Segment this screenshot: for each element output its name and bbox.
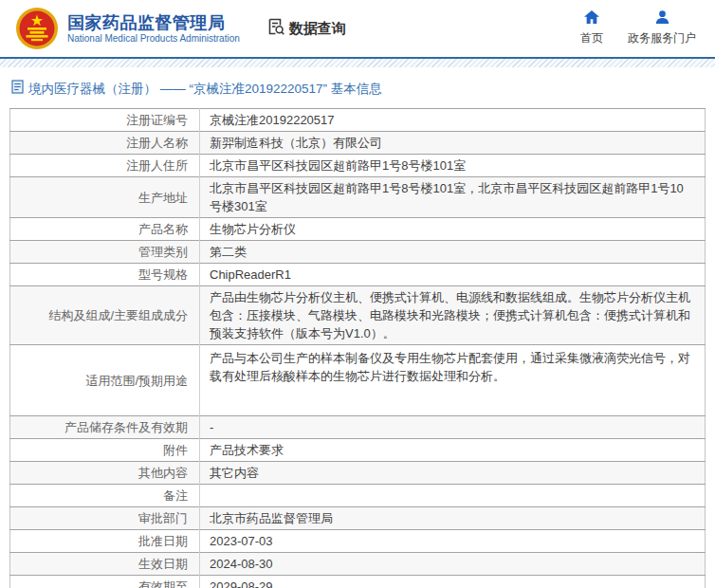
field-label: 产品名称 [10,218,200,241]
field-value: 第二类 [200,241,706,264]
table-row: 注册人住所 北京市昌平区科技园区超前路甲1号8号楼101室 [10,155,706,177]
field-value: 2024-08-30 [200,553,706,576]
field-value: 2023-07-03 [200,530,706,553]
field-value: 北京市昌平区科技园区超前路甲1号8号楼101室 [200,155,706,177]
field-value: 北京市药品监督管理局 [200,507,706,530]
table-row: 附件 产品技术要求 [10,439,706,462]
table-row: 管理类别 第二类 [10,241,706,264]
field-label: 备注 [10,485,200,507]
user-icon [655,10,669,28]
field-value: 产品由生物芯片分析仪主机、便携式计算机、电源线和数据线组成。生物芯片分析仪主机包… [200,286,706,345]
national-emblem-icon [15,7,59,50]
breadcrumb: 境内医疗器械（注册） —— “京械注准20192220517” 基本信息 [0,67,715,108]
table-row: 审批部门 北京市药品监督管理局 [10,507,706,530]
top-nav: 首页 政务服务门户 [580,10,702,46]
table-row: 适用范围/预期用途 产品与本公司生产的样本制备仪及专用生物芯片配套使用，通过采集… [10,345,706,416]
field-value: 生物芯片分析仪 [200,218,706,241]
nav-home-label: 首页 [580,30,603,46]
field-label: 注册人名称 [10,132,200,155]
field-label: 附件 [10,439,200,462]
field-value [200,485,706,507]
table-row: 生产地址 北京市昌平区科技园区超前路甲1号8号楼101室，北京市昌平区科技园区超… [10,177,706,218]
page-icon [11,80,24,98]
nav-home[interactable]: 首页 [580,10,603,46]
field-value: 产品与本公司生产的样本制备仪及专用生物芯片配套使用，通过采集微液滴荧光信号，对载… [200,345,706,416]
field-value: 北京市昌平区科技园区超前路甲1号8号楼101室，北京市昌平区科技园区超前路甲1号… [200,177,706,218]
field-value: 新羿制造科技（北京）有限公司 [200,132,706,155]
field-label: 注册人住所 [10,155,200,177]
field-label: 生产地址 [10,177,200,218]
table-row: 批准日期 2023-07-03 [10,530,706,553]
field-label: 型号规格 [10,264,200,286]
data-query-label: 数据查询 [289,20,346,38]
data-query-tab[interactable]: 数据查询 [266,17,346,40]
site-subtitle: National Medical Products Administration [67,33,240,45]
breadcrumb-text: 境内医疗器械（注册） —— “京械注准20192220517” 基本信息 [28,81,382,98]
field-label: 管理类别 [10,241,200,264]
nav-portal-label: 政务服务门户 [628,30,696,46]
field-label: 产品储存条件及有效期 [10,416,200,439]
field-label: 有效期至 [10,576,200,588]
table-row: 其他内容 其它内容 [10,462,706,485]
field-label: 生效日期 [10,553,200,576]
site-header: 国家药品监督管理局 National Medical Products Admi… [0,0,715,57]
table-row: 产品名称 生物芯片分析仪 [10,218,706,241]
field-label: 适用范围/预期用途 [10,345,200,416]
table-row: 产品储存条件及有效期 - [10,416,706,439]
field-label: 审批部门 [10,507,200,530]
nav-portal[interactable]: 政务服务门户 [628,10,696,46]
table-row: 注册人名称 新羿制造科技（北京）有限公司 [10,132,706,155]
field-label: 其他内容 [10,462,200,485]
doc-search-icon [266,17,285,40]
field-value: 2029-08-29 [200,576,706,588]
table-row: 注册证编号 京械注准20192220517 [10,109,706,132]
table-row: 结构及组成/主要组成成分 产品由生物芯片分析仪主机、便携式计算机、电源线和数据线… [10,286,706,345]
field-value: - [200,416,706,439]
field-label: 结构及组成/主要组成成分 [10,286,200,345]
field-value: ChipReaderR1 [200,264,706,286]
brand-logo[interactable]: 国家药品监督管理局 National Medical Products Admi… [15,7,240,50]
brand-text: 国家药品监督管理局 National Medical Products Admi… [67,12,240,45]
field-label: 注册证编号 [10,109,200,132]
field-value: 其它内容 [200,462,706,485]
field-value: 京械注准20192220517 [200,109,706,132]
site-title: 国家药品监督管理局 [67,12,240,33]
table-row: 型号规格 ChipReaderR1 [10,264,706,286]
table-row: 有效期至 2029-08-29 [10,576,706,588]
field-value: 产品技术要求 [200,439,706,462]
header-divider [0,57,715,67]
registration-info-table: 注册证编号 京械注准20192220517 注册人名称 新羿制造科技（北京）有限… [9,108,706,588]
field-label: 批准日期 [10,530,200,553]
table-row: 备注 [10,485,706,507]
home-icon [584,10,599,28]
table-row: 生效日期 2024-08-30 [10,553,706,576]
